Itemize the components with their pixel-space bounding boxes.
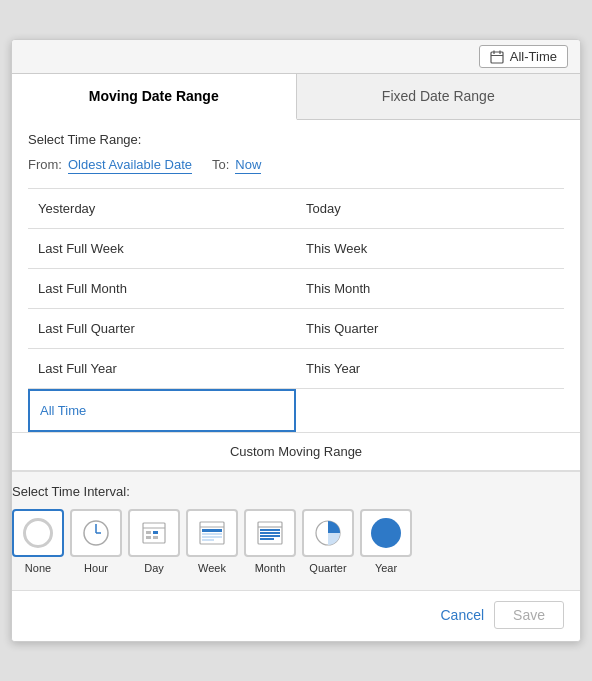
header-bar: All-Time <box>12 40 580 74</box>
week-icon-box <box>186 509 238 557</box>
svg-rect-21 <box>260 535 280 537</box>
interval-heading: Select Time Interval: <box>12 484 580 499</box>
hour-icon-box <box>70 509 122 557</box>
from-label: From: <box>28 157 62 172</box>
custom-range-label: Custom Moving Range <box>230 444 362 459</box>
from-item: From: Oldest Available Date <box>28 157 192 174</box>
all-time-button[interactable]: All-Time <box>479 45 568 68</box>
interval-month[interactable]: Month <box>244 509 296 574</box>
hour-label: Hour <box>84 562 108 574</box>
svg-rect-15 <box>202 536 222 538</box>
option-last-full-week[interactable]: Last Full Week <box>28 229 296 269</box>
svg-rect-14 <box>202 533 222 535</box>
calendar-icon <box>490 50 504 64</box>
year-icon <box>371 518 401 548</box>
svg-rect-8 <box>153 531 158 534</box>
option-this-week[interactable]: This Week <box>296 229 564 269</box>
to-label: To: <box>212 157 229 172</box>
custom-range-row[interactable]: Custom Moving Range <box>12 432 580 471</box>
quarter-label: Quarter <box>309 562 346 574</box>
option-last-full-year[interactable]: Last Full Year <box>28 349 296 389</box>
week-label: Week <box>198 562 226 574</box>
option-last-full-quarter[interactable]: Last Full Quarter <box>28 309 296 349</box>
svg-rect-19 <box>260 529 280 531</box>
option-yesterday[interactable]: Yesterday <box>28 189 296 229</box>
interval-year[interactable]: Year <box>360 509 412 574</box>
svg-rect-16 <box>202 539 214 541</box>
interval-hour[interactable]: Hour <box>70 509 122 574</box>
date-range-panel: All-Time Moving Date Range Fixed Date Ra… <box>11 39 581 642</box>
svg-rect-10 <box>153 536 158 539</box>
hour-icon <box>81 518 111 548</box>
none-label: None <box>25 562 51 574</box>
week-icon <box>197 518 227 548</box>
year-icon-box <box>360 509 412 557</box>
save-button[interactable]: Save <box>494 601 564 629</box>
svg-rect-7 <box>146 531 151 534</box>
interval-day[interactable]: Day <box>128 509 180 574</box>
quarter-icon <box>313 518 343 548</box>
interval-section: Select Time Interval: None <box>11 471 581 590</box>
tab-fixed[interactable]: Fixed Date Range <box>297 74 581 119</box>
to-item: To: Now <box>212 157 261 174</box>
all-time-label: All-Time <box>510 49 557 64</box>
tab-moving[interactable]: Moving Date Range <box>12 74 297 120</box>
from-to-row: From: Oldest Available Date To: Now <box>28 157 564 174</box>
year-label: Year <box>375 562 397 574</box>
footer: Cancel Save <box>12 590 580 641</box>
svg-rect-9 <box>146 536 151 539</box>
svg-rect-20 <box>260 532 280 534</box>
tab-bar: Moving Date Range Fixed Date Range <box>12 74 580 120</box>
option-last-full-month[interactable]: Last Full Month <box>28 269 296 309</box>
svg-rect-0 <box>491 52 503 63</box>
option-today[interactable]: Today <box>296 189 564 229</box>
option-this-year[interactable]: This Year <box>296 349 564 389</box>
cancel-button[interactable]: Cancel <box>440 607 484 623</box>
option-this-month[interactable]: This Month <box>296 269 564 309</box>
time-range-heading: Select Time Range: <box>28 132 564 147</box>
from-value[interactable]: Oldest Available Date <box>68 157 192 174</box>
svg-rect-22 <box>260 538 274 540</box>
interval-none[interactable]: None <box>12 509 64 574</box>
day-icon <box>139 518 169 548</box>
none-icon <box>23 518 53 548</box>
interval-quarter[interactable]: Quarter <box>302 509 354 574</box>
month-icon-box <box>244 509 296 557</box>
option-all-time[interactable]: All Time <box>28 389 296 432</box>
none-icon-box <box>12 509 64 557</box>
month-label: Month <box>255 562 286 574</box>
panel-body: Select Time Range: From: Oldest Availabl… <box>12 120 580 471</box>
option-this-quarter[interactable]: This Quarter <box>296 309 564 349</box>
quarter-icon-box <box>302 509 354 557</box>
to-value[interactable]: Now <box>235 157 261 174</box>
day-icon-box <box>128 509 180 557</box>
options-grid: Yesterday Today Last Full Week This Week… <box>28 188 564 432</box>
interval-week[interactable]: Week <box>186 509 238 574</box>
svg-rect-13 <box>202 529 222 532</box>
day-label: Day <box>144 562 164 574</box>
month-icon <box>255 518 285 548</box>
interval-icons-row: None Hour <box>12 509 580 574</box>
